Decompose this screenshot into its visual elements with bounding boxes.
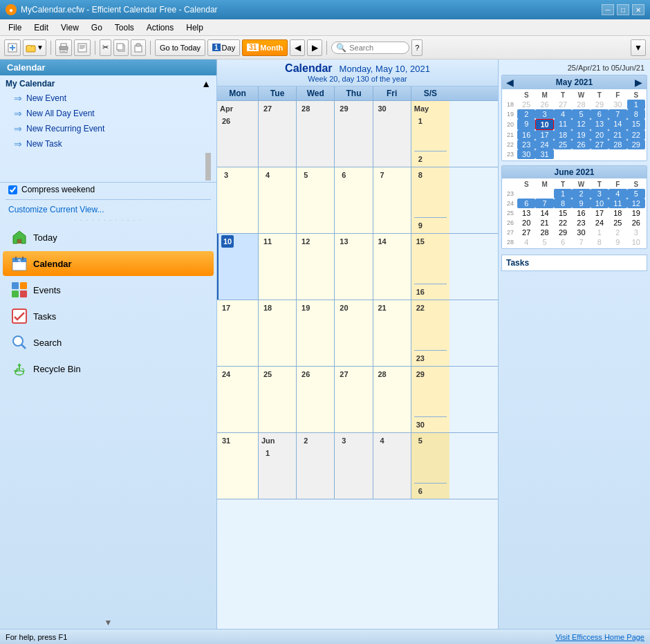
mini-cal-prev-button[interactable]: ◀ <box>506 77 514 88</box>
cal-day-15-ss[interactable]: 15 16 <box>411 234 449 300</box>
goto-today-button[interactable]: Go to Today <box>155 39 205 56</box>
sidebar-new-allday-event[interactable]: ⇒ New All Day Event <box>0 106 216 121</box>
window-title: MyCalendar.ecfw - Efficient Calendar Fre… <box>21 5 218 15</box>
cal-day-apr29[interactable]: 29 <box>335 101 373 167</box>
sidebar: Calendar My Calendar ▲ ⇒ New Event ⇒ New… <box>0 59 217 629</box>
cal-day-apr27[interactable]: 27 <box>259 101 297 167</box>
day-view-button[interactable]: 1 Day <box>207 39 240 56</box>
copy-button[interactable] <box>113 39 129 56</box>
cal-day-13[interactable]: 13 <box>335 234 373 300</box>
mini-june-week-23: 23 1 2 3 4 5 <box>503 189 645 199</box>
cal-day-26[interactable]: 26 <box>297 367 335 432</box>
sidebar-item-search[interactable]: Search <box>3 330 214 355</box>
sidebar-item-calendar[interactable]: 5 Calendar <box>3 251 214 276</box>
cal-day-28[interactable]: 28 <box>373 367 411 432</box>
cal-day-jun1[interactable]: Jun 1 <box>259 433 297 499</box>
cal-day-17[interactable]: 17 <box>217 300 259 366</box>
cal-day-8-ss[interactable]: 8 9 <box>411 167 449 233</box>
mini-june-week-28: 28 4 5 6 7 8 9 10 <box>503 237 645 247</box>
recycle-label: Recycle Bin <box>33 364 81 374</box>
cal-day-apr26[interactable]: Apr 26 <box>217 101 259 167</box>
calendar-week-3: 10 11 12 13 14 15 16 <box>217 234 498 300</box>
cal-day-19[interactable]: 19 <box>297 300 335 366</box>
weekday-mon: Mon <box>217 86 259 100</box>
weekday-ss: S/S <box>411 86 449 100</box>
new-button[interactable] <box>4 39 21 56</box>
cut-button[interactable]: ✂ <box>100 39 111 56</box>
toolbar-more-button[interactable]: ▼ <box>631 39 646 56</box>
menu-actions[interactable]: Actions <box>141 21 179 34</box>
cal-day-22-ss[interactable]: 22 23 <box>411 300 449 366</box>
cal-day-jun3[interactable]: 3 <box>335 433 373 499</box>
close-button[interactable]: ✕ <box>632 4 644 15</box>
sidebar-item-events[interactable]: Events <box>3 277 214 302</box>
prev-period-button[interactable]: ◀ <box>290 39 305 56</box>
cal-day-jun2[interactable]: 2 <box>297 433 335 499</box>
mini-cal-next-button[interactable]: ▶ <box>635 77 642 88</box>
sidebar-item-today[interactable]: Today <box>3 225 214 250</box>
cal-day-10[interactable]: 10 <box>217 234 259 300</box>
cal-day-5[interactable]: 5 <box>297 167 335 233</box>
svg-text:5: 5 <box>18 259 21 264</box>
cal-day-6[interactable]: 6 <box>335 167 373 233</box>
mini-week-18: 18 25 26 27 28 29 30 1 <box>503 100 645 109</box>
cal-day-12[interactable]: 12 <box>297 234 335 300</box>
compress-weekend-checkbox[interactable] <box>8 185 17 194</box>
preview-button[interactable] <box>74 39 91 56</box>
menu-file[interactable]: File <box>3 21 27 34</box>
sidebar-new-event[interactable]: ⇒ New Event <box>0 91 216 106</box>
menu-go[interactable]: Go <box>86 21 108 34</box>
sidebar-new-task[interactable]: ⇒ New Task <box>0 136 216 151</box>
sidebar-scroll-up[interactable]: ▲ <box>201 78 211 89</box>
print-button[interactable] <box>55 39 72 56</box>
customize-view-link[interactable]: Customize Current View... <box>0 203 216 217</box>
cal-day-27[interactable]: 27 <box>335 367 373 432</box>
menu-help[interactable]: Help <box>180 21 209 34</box>
visit-home-link[interactable]: Visit Efficcess Home Page <box>555 633 644 641</box>
cal-day-apr30[interactable]: 30 <box>373 101 411 167</box>
svg-rect-16 <box>136 44 140 46</box>
sidebar-scroll-down[interactable]: ▼ <box>0 616 216 629</box>
menu-edit[interactable]: Edit <box>28 21 54 34</box>
cal-day-4[interactable]: 4 <box>259 167 297 233</box>
paste-button[interactable] <box>131 39 146 56</box>
cal-day-21[interactable]: 21 <box>373 300 411 366</box>
month-view-button[interactable]: 31 Month <box>242 39 288 56</box>
cal-day-jun5-ss[interactable]: 5 6 <box>411 433 449 499</box>
mini-calendar-may: ◀ May 2021 ▶ S M T W T F S 18 25 <box>501 75 647 161</box>
sidebar-item-tasks[interactable]: Tasks <box>3 304 214 329</box>
cal-day-29-ss[interactable]: 29 30 <box>411 367 449 432</box>
cal-day-31[interactable]: 31 <box>217 433 259 499</box>
open-button[interactable]: ▼ <box>23 39 46 56</box>
cal-day-25[interactable]: 25 <box>259 367 297 432</box>
cal-day-18[interactable]: 18 <box>259 300 297 366</box>
svg-rect-6 <box>59 46 68 50</box>
svg-rect-14 <box>117 44 123 50</box>
menu-tools[interactable]: Tools <box>109 21 140 34</box>
search-input[interactable] <box>349 44 405 52</box>
next-period-button[interactable]: ▶ <box>307 39 322 56</box>
minimize-button[interactable]: ─ <box>602 4 614 15</box>
cal-day-20[interactable]: 20 <box>335 300 373 366</box>
mini-june-week-25: 25 13 14 15 16 17 18 19 <box>503 208 645 218</box>
cal-day-apr28[interactable]: 28 <box>297 101 335 167</box>
new-allday-label: New All Day Event <box>26 109 95 118</box>
help-button[interactable]: ? <box>411 39 423 56</box>
calendar-week-label: Week 20, day 130 of the year <box>308 75 407 83</box>
menu-view[interactable]: View <box>55 21 84 34</box>
cal-day-14[interactable]: 14 <box>373 234 411 300</box>
sidebar-new-recurring[interactable]: ⇒ New Recurring Event <box>0 121 216 136</box>
cal-day-11[interactable]: 11 <box>259 234 297 300</box>
cal-day-3[interactable]: 3 <box>217 167 259 233</box>
search-icon: 🔍 <box>336 43 346 53</box>
maximize-button[interactable]: □ <box>617 4 629 15</box>
mini-week-20: 20 9 10 11 12 13 14 15 <box>503 119 645 130</box>
cal-day-may1-ss[interactable]: May 1 2 <box>411 101 449 167</box>
cal-day-jun4[interactable]: 4 <box>373 433 411 499</box>
svg-rect-9 <box>78 44 86 52</box>
sidebar-item-recycle[interactable]: Recycle Bin <box>3 356 214 381</box>
tasks-panel: Tasks <box>501 255 647 271</box>
cal-day-24[interactable]: 24 <box>217 367 259 432</box>
cal-day-7[interactable]: 7 <box>373 167 411 233</box>
arrow-icon-3: ⇒ <box>14 123 22 134</box>
